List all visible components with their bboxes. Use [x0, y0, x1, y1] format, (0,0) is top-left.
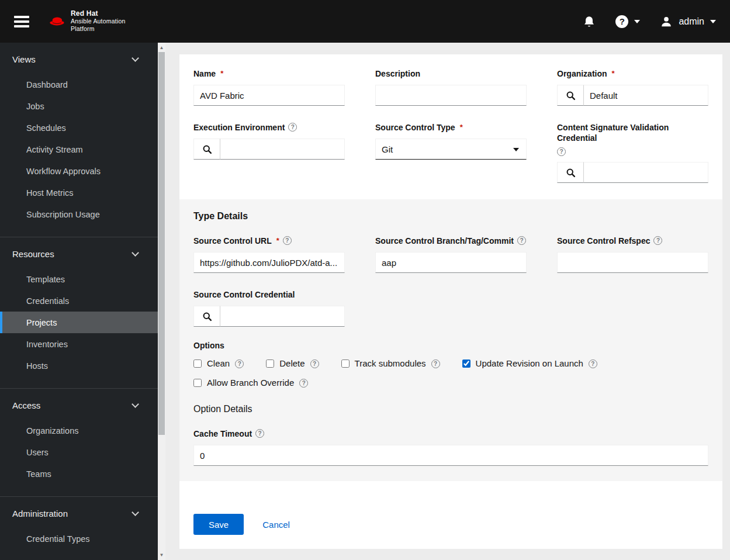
help-icon[interactable] [235, 359, 244, 368]
sidebar-item-hosts[interactable]: Hosts [0, 355, 158, 376]
help-icon[interactable] [557, 147, 566, 156]
question-circle-icon: ? [615, 15, 628, 28]
sidebar-item-teams[interactable]: Teams [0, 463, 158, 485]
organization-field-group: Organization * [557, 68, 708, 106]
execution-environment-label: Execution Environment [193, 122, 285, 133]
nav-group-label: Resources [12, 249, 54, 259]
user-menu-button[interactable]: admin [660, 15, 716, 28]
nav-group-access[interactable]: Access [0, 400, 158, 410]
name-input[interactable] [193, 85, 345, 106]
brand-line1: Red Hat [71, 10, 126, 18]
sidebar-item-users[interactable]: Users [0, 441, 158, 463]
sidebar-scrollbar-thumb[interactable] [158, 52, 165, 435]
content-signature-field-group: Content Signature Validation Credential [557, 122, 708, 183]
organization-label: Organization [557, 68, 607, 79]
content-signature-input[interactable] [584, 162, 708, 183]
form-actions: Save Cancel [193, 481, 708, 535]
help-icon[interactable] [517, 236, 526, 245]
scroll-up-arrow-icon[interactable]: ▲ [158, 44, 165, 51]
scroll-down-arrow-icon[interactable]: ▼ [158, 551, 165, 559]
sidebar-item-activity-stream[interactable]: Activity Stream [0, 139, 158, 160]
delete-option: Delete [266, 358, 319, 368]
nav-group-resources[interactable]: Resources [0, 249, 158, 259]
sidebar-item-subscription-usage[interactable]: Subscription Usage [0, 203, 158, 225]
project-edit-form-card: Name * Description Organization * [179, 54, 722, 549]
brand-line2: Ansible Automation [71, 18, 126, 25]
allow-branch-override-checkbox[interactable] [193, 379, 202, 387]
nav-toggle-button[interactable] [11, 10, 33, 33]
source-control-url-input[interactable] [193, 252, 345, 273]
source-control-type-label: Source Control Type [375, 122, 455, 133]
update-revision-label: Update Revision on Launch [476, 358, 583, 368]
help-icon[interactable] [589, 359, 597, 368]
sidebar-item-projects[interactable]: Projects [0, 312, 158, 333]
source-control-url-field-group: Source Control URL * [193, 236, 345, 273]
sidebar-item-host-metrics[interactable]: Host Metrics [0, 182, 158, 203]
cache-timeout-input[interactable] [193, 445, 708, 466]
description-label: Description [375, 68, 420, 79]
help-icon[interactable] [653, 236, 662, 245]
source-control-credential-lookup-button[interactable] [193, 306, 220, 327]
chevron-down-icon [132, 249, 139, 257]
branch-label: Source Control Branch/Tag/Commit [375, 236, 514, 246]
sidebar-item-credential-types[interactable]: Credential Types [0, 528, 158, 549]
sidebar-item-workflow-approvals[interactable]: Workflow Approvals [0, 160, 158, 182]
sidebar-item-organizations[interactable]: Organizations [0, 420, 158, 441]
organization-input[interactable] [584, 85, 708, 106]
help-menu-button[interactable]: ? [615, 15, 640, 28]
brand-logo: Red Hat Ansible Automation Platform [48, 10, 126, 33]
source-control-credential-field-group: Source Control Credential [193, 289, 345, 327]
clean-label: Clean [207, 358, 230, 368]
red-hat-icon [48, 15, 65, 28]
update-revision-checkbox[interactable] [462, 359, 470, 368]
sidebar-item-templates[interactable]: Templates [0, 268, 158, 290]
allow-branch-override-label: Allow Branch Override [207, 378, 294, 388]
source-control-type-select[interactable]: Git [375, 139, 527, 160]
search-icon [566, 168, 576, 178]
sidebar-item-dashboard[interactable]: Dashboard [0, 74, 158, 95]
nav-group-label: Access [12, 400, 40, 410]
help-icon[interactable] [288, 123, 297, 132]
content-signature-lookup-button[interactable] [557, 162, 584, 183]
description-input[interactable] [375, 85, 527, 106]
nav-section-resources: Resources Templates Credentials Projects… [0, 237, 158, 389]
search-icon [202, 312, 212, 322]
cancel-button[interactable]: Cancel [262, 520, 290, 530]
refspec-input[interactable] [557, 252, 708, 273]
delete-checkbox[interactable] [266, 359, 274, 368]
source-control-credential-label: Source Control Credential [193, 289, 295, 300]
help-icon[interactable] [255, 429, 264, 438]
save-button[interactable]: Save [193, 514, 244, 535]
help-icon[interactable] [283, 236, 292, 245]
chevron-down-icon [132, 400, 139, 408]
sidebar-item-credentials[interactable]: Credentials [0, 290, 158, 312]
name-field-group: Name * [193, 68, 345, 106]
bell-icon [583, 15, 596, 28]
required-asterisk: * [276, 236, 279, 246]
chevron-down-icon [132, 509, 139, 516]
execution-environment-field-group: Execution Environment [193, 122, 345, 183]
help-icon[interactable] [310, 359, 319, 368]
help-icon[interactable] [431, 359, 440, 368]
caret-down-icon [710, 20, 716, 23]
sidebar-item-inventories[interactable]: Inventories [0, 333, 158, 355]
description-field-group: Description [375, 68, 527, 106]
sidebar-item-schedules[interactable]: Schedules [0, 117, 158, 139]
execution-environment-input[interactable] [220, 139, 345, 160]
track-submodules-checkbox[interactable] [341, 359, 350, 368]
organization-lookup-button[interactable] [557, 85, 584, 106]
clean-checkbox[interactable] [193, 359, 202, 368]
execution-environment-lookup-button[interactable] [193, 139, 220, 160]
sidebar-scrollbar[interactable]: ▲ ▼ [158, 43, 165, 560]
notifications-button[interactable] [583, 15, 596, 28]
selected-option: Git [382, 144, 393, 154]
caret-down-icon [634, 20, 640, 23]
name-label: Name [193, 68, 216, 79]
nav-group-views[interactable]: Views [0, 54, 158, 64]
nav-group-administration[interactable]: Administration [0, 509, 158, 518]
branch-input[interactable] [375, 252, 527, 273]
sidebar-item-jobs[interactable]: Jobs [0, 95, 158, 117]
source-control-credential-input[interactable] [220, 306, 345, 327]
help-icon[interactable] [299, 379, 308, 388]
clean-option: Clean [193, 358, 244, 368]
